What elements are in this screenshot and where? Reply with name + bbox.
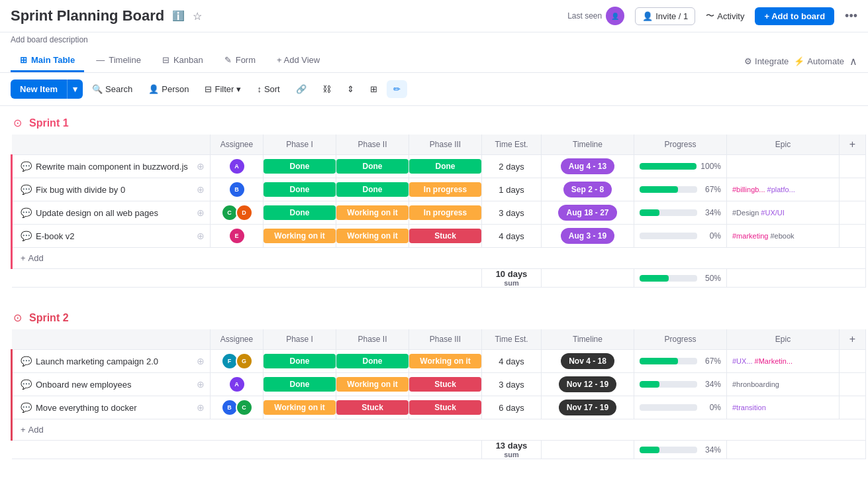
phase2-cell[interactable]: Done [336, 178, 409, 201]
sort-button[interactable]: ↕ Sort [250, 80, 286, 98]
sprint1-name[interactable]: Sprint 1 [29, 117, 69, 129]
epic-tag[interactable]: #UX/UI [761, 209, 784, 217]
tab-timeline[interactable]: — Timeline [87, 50, 150, 72]
phase3-cell[interactable]: Stuck [409, 373, 482, 396]
link-icon-button[interactable]: 🔗 [289, 80, 313, 98]
phase2-cell[interactable]: Done [336, 350, 409, 373]
row-add-icon[interactable]: ⊕ [197, 231, 205, 241]
activity-button[interactable]: 〜 Activity [706, 10, 744, 22]
more-options-button[interactable]: ••• [845, 9, 857, 23]
progress-bar-fill [640, 275, 669, 282]
row-comment-icon[interactable]: 💬 [21, 161, 32, 172]
new-item-dropdown-arrow[interactable]: ▾ [67, 80, 83, 99]
row-add-col[interactable] [840, 225, 866, 248]
epic-tag[interactable]: #marketing [732, 232, 768, 240]
epic-tag[interactable]: #platfo... [767, 186, 795, 193]
phase1-cell[interactable]: Working on it [264, 396, 336, 419]
invite-button[interactable]: 👤 Invite / 1 [635, 7, 695, 25]
row-add-icon[interactable]: ⊕ [197, 207, 205, 218]
row-comment-icon[interactable]: 💬 [21, 402, 32, 413]
timeline-cell[interactable]: Nov 12 - 19 [542, 373, 634, 396]
sprint1-toggle[interactable]: ⊙ [11, 117, 24, 129]
row-add-icon[interactable]: ⊕ [197, 184, 205, 195]
top-header: Sprint Planning Board ℹ️ ☆ Last seen 👤 👤… [0, 0, 868, 32]
board-description[interactable]: Add board description [0, 32, 868, 47]
row-comment-icon[interactable]: 💬 [21, 379, 32, 390]
epic-tag[interactable]: #ebook [770, 232, 794, 240]
timeline-icon: — [96, 55, 105, 65]
row-comment-icon[interactable]: 💬 [21, 231, 32, 241]
timeline-cell[interactable]: Nov 17 - 19 [542, 396, 634, 419]
timeline-col-header: Timeline [542, 135, 634, 155]
row-comment-icon[interactable]: 💬 [21, 356, 32, 366]
timeline-cell[interactable]: Aug 3 - 19 [542, 225, 634, 248]
timeline-cell[interactable]: Sep 2 - 8 [542, 178, 634, 201]
phase1-cell[interactable]: Done [264, 373, 336, 396]
sprint1-table: Assignee Phase I Phase II Phase III Time… [11, 135, 866, 288]
timeline-cell[interactable]: Aug 4 - 13 [542, 155, 634, 178]
row-add-icon[interactable]: ⊕ [197, 161, 205, 172]
epic-tag[interactable]: #billingb... [732, 186, 765, 193]
search-button[interactable]: 🔍 Search [85, 80, 139, 98]
row-comment-icon[interactable]: 💬 [21, 207, 32, 218]
star-icon[interactable]: ☆ [193, 10, 202, 23]
epic-tag[interactable]: #Marketin... [755, 357, 793, 365]
person-filter-button[interactable]: 👤 Person [142, 80, 195, 98]
add-col-header[interactable]: + [840, 329, 866, 350]
automate-button[interactable]: ⚡ Automate [794, 56, 844, 66]
tab-add-view[interactable]: + Add View [267, 50, 329, 72]
phase3-cell[interactable]: Done [409, 155, 482, 178]
new-item-button[interactable]: New Item ▾ [11, 80, 83, 99]
epic-tag[interactable]: #Design [732, 209, 759, 217]
phase2-cell[interactable]: Working on it [336, 373, 409, 396]
header-actions: Last seen 👤 👤 Invite / 1 〜 Activity + Ad… [567, 7, 857, 25]
row-height-button[interactable]: ⇕ [340, 80, 361, 98]
epic-tag[interactable]: #hronboarding [732, 380, 779, 388]
phase2-cell[interactable]: Working on it [336, 225, 409, 248]
integrate-button[interactable]: ⚙ Integrate [744, 56, 789, 66]
phase1-cell[interactable]: Done [264, 201, 336, 225]
row-add-icon[interactable]: ⊕ [197, 379, 205, 390]
sprint1-add-button[interactable]: + Add [21, 253, 44, 263]
epic-tag[interactable]: #UX... [732, 357, 753, 365]
edit-button[interactable]: ✏ [387, 80, 407, 98]
timeline-cell[interactable]: Aug 18 - 27 [542, 201, 634, 225]
sprint2-toggle[interactable]: ⊙ [11, 311, 24, 324]
row-add-col[interactable] [840, 373, 866, 396]
row-add-icon[interactable]: ⊕ [197, 356, 205, 366]
add-to-board-button[interactable]: + Add to board [755, 7, 834, 25]
copy-link-button[interactable]: ⛓ [316, 80, 338, 98]
phase3-cell[interactable]: In progress [409, 178, 482, 201]
tab-form[interactable]: ✎ Form [215, 50, 265, 72]
phase3-cell[interactable]: In progress [409, 201, 482, 225]
phase2-cell[interactable]: Working on it [336, 201, 409, 225]
apps-button[interactable]: ⊞ [363, 80, 384, 98]
row-add-col[interactable] [840, 201, 866, 225]
add-col-header[interactable]: + [840, 135, 866, 155]
phase1-cell[interactable]: Working on it [264, 225, 336, 248]
epic-tag[interactable]: #transition [732, 404, 766, 411]
row-add-col[interactable] [840, 350, 866, 373]
phase1-cell[interactable]: Done [264, 350, 336, 373]
time-cell: 4 days [482, 350, 542, 373]
row-add-icon[interactable]: ⊕ [197, 402, 205, 413]
tab-kanban[interactable]: ⊟ Kanban [153, 50, 213, 72]
phase1-cell[interactable]: Done [264, 178, 336, 201]
phase3-cell[interactable]: Stuck [409, 225, 482, 248]
info-icon[interactable]: ℹ️ [172, 10, 185, 22]
phase2-cell[interactable]: Stuck [336, 396, 409, 419]
phase3-cell[interactable]: Working on it [409, 350, 482, 373]
sprint2-name[interactable]: Sprint 2 [29, 312, 69, 324]
timeline-cell[interactable]: Nov 4 - 18 [542, 350, 634, 373]
collapse-button[interactable]: ∧ [849, 55, 857, 68]
row-add-col[interactable] [840, 155, 866, 178]
phase2-cell[interactable]: Done [336, 155, 409, 178]
filter-button[interactable]: ⊟ Filter ▾ [198, 80, 248, 98]
row-comment-icon[interactable]: 💬 [21, 184, 32, 195]
phase1-cell[interactable]: Done [264, 155, 336, 178]
row-add-col[interactable] [840, 178, 866, 201]
row-add-col[interactable] [840, 396, 866, 419]
sprint2-add-button[interactable]: + Add [21, 425, 44, 435]
tab-main-table[interactable]: ⊞ Main Table [11, 50, 84, 72]
phase3-cell[interactable]: Stuck [409, 396, 482, 419]
